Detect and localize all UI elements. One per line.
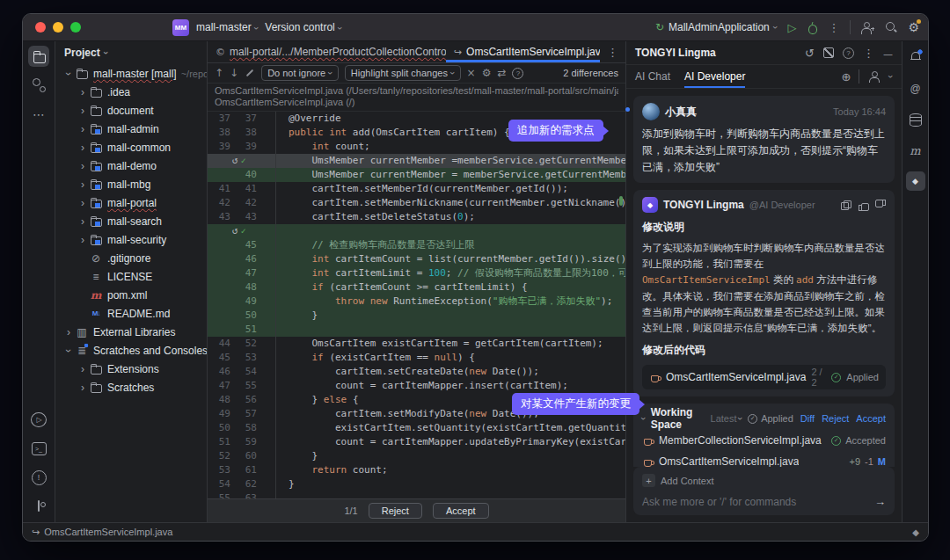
code-line[interactable]: 45 // 检查购物车商品数量是否达到上限 [208, 238, 625, 252]
filter-dropdown[interactable]: Latest [711, 413, 743, 424]
close-window-button[interactable] [35, 22, 46, 33]
code-line[interactable]: 46 54 cartItem.setCreateDate(new Date())… [208, 365, 625, 379]
tool-strip-icon[interactable] [28, 496, 49, 517]
chat-input-box[interactable]: Add Context Ask me more or '/' for comma… [633, 467, 895, 515]
reject-button[interactable]: Reject [369, 503, 422, 519]
code-line[interactable]: 51 [208, 323, 625, 337]
help-icon[interactable] [512, 68, 523, 79]
tool-strip-icon[interactable] [906, 141, 925, 160]
highlight-mode-dropdown[interactable]: Highlight split changes [345, 65, 461, 81]
tree-item[interactable]: Extensions [55, 360, 207, 378]
code-line[interactable]: 45 53 if (existCartItem == null) { [208, 351, 625, 365]
help-icon[interactable] [843, 47, 854, 59]
code-line[interactable]: 47 55 count = cartItemMapper.insert(cart… [208, 379, 625, 393]
tree-chevron-icon[interactable] [77, 178, 89, 191]
chat-scroll-area[interactable]: 小真真 Today 16:44 添加到购物车时，判断购物车内商品数量是否达到上限… [626, 89, 902, 467]
copy-icon[interactable] [841, 200, 851, 210]
previous-change-icon[interactable] [215, 68, 223, 78]
more-actions-button[interactable] [828, 22, 839, 33]
code-line[interactable]: 53 61 return count; [208, 463, 625, 477]
code-line[interactable] [208, 224, 625, 238]
accept-button[interactable]: Accept [433, 503, 489, 519]
working-space-file-row[interactable]: OmsCartItemServiceImpl.java +9 -1 M [633, 451, 895, 467]
zoom-window-button[interactable] [70, 22, 81, 33]
revert-icon[interactable] [232, 224, 238, 238]
tree-chevron-icon[interactable] [77, 215, 89, 228]
code-line[interactable]: 44 52 OmsCartItem existCartItem = getCar… [208, 337, 625, 351]
code-with-me-icon[interactable] [861, 21, 874, 33]
project-menu[interactable]: mall-master [196, 21, 258, 33]
tree-chevron-icon[interactable] [77, 234, 89, 246]
tree-item[interactable]: mall-common [55, 138, 207, 156]
new-chat-icon[interactable] [823, 47, 834, 58]
tree-chevron-icon[interactable] [62, 345, 75, 357]
tool-strip-icon[interactable] [28, 438, 49, 459]
code-line[interactable]: 49 throw new RuntimeException("购物车已满，添加失… [208, 295, 625, 309]
code-line[interactable]: 46 int cartItemCount = list(currentMembe… [208, 252, 625, 266]
project-panel-header[interactable]: Project [55, 41, 207, 64]
code-line[interactable]: 47 int cartItemLimit = 100; // 假设购物车商品数量… [208, 266, 625, 280]
tree-item[interactable]: mall-master [mall] ~/repositories [55, 64, 207, 83]
code-line[interactable]: 41 41 cartItem.setMemberId(currentMember… [208, 182, 625, 196]
tree-item[interactable]: .idea [55, 83, 207, 101]
chevron-down-icon[interactable] [886, 75, 896, 78]
send-icon[interactable] [874, 495, 886, 508]
minimize-panel-icon[interactable] [883, 46, 893, 60]
settings-gear-icon[interactable] [908, 20, 919, 34]
new-session-icon[interactable] [841, 71, 851, 83]
tree-chevron-icon[interactable] [77, 382, 89, 394]
more-options-icon[interactable] [863, 47, 874, 59]
code-line[interactable]: 55 63 [208, 491, 625, 498]
tab-options-icon[interactable] [607, 47, 618, 58]
tree-item[interactable]: mall-portal [55, 193, 207, 212]
tree-item[interactable]: External Libraries [55, 323, 207, 341]
code-line[interactable]: 50 } [208, 309, 625, 323]
tool-strip-icon[interactable] [906, 48, 925, 68]
tree-item[interactable]: .gitignore [55, 249, 207, 267]
code-line[interactable]: 50 58 existCartItem.setQuantity(existCar… [208, 421, 625, 435]
tree-chevron-icon[interactable] [62, 326, 75, 338]
vcs-menu[interactable]: Version control [265, 21, 341, 33]
next-change-icon[interactable] [230, 68, 238, 78]
tool-strip-icon[interactable] [28, 467, 49, 488]
tree-chevron-icon[interactable] [77, 197, 89, 209]
diff-link[interactable]: Diff [800, 413, 815, 424]
tree-item[interactable]: mall-admin [55, 120, 207, 138]
minimize-window-button[interactable] [53, 22, 63, 33]
tree-chevron-icon[interactable] [77, 160, 89, 172]
tree-item[interactable]: document [55, 101, 207, 120]
tree-chevron-icon[interactable] [77, 86, 89, 98]
tab-ai-chat[interactable]: AI Chat [635, 65, 670, 88]
reject-all-link[interactable]: Reject [822, 413, 849, 424]
diff-code-area[interactable]: 37 37 @Override 38 38 [208, 112, 625, 498]
diff-settings-icon[interactable] [482, 68, 492, 78]
tree-item[interactable]: mall-security [55, 230, 207, 249]
editor-tab-active[interactable]: OmsCartItemServiceImpl.java [446, 41, 600, 62]
working-space-file-row[interactable]: MemberCollectionServiceImpl.java Accepte… [633, 430, 895, 451]
collapse-icon[interactable] [467, 68, 476, 78]
run-button[interactable] [787, 21, 796, 34]
tree-item[interactable]: pom.xml [55, 286, 207, 304]
tree-chevron-icon[interactable] [77, 105, 89, 117]
modified-file-card[interactable]: OmsCartItemServiceImpl.java 2 / 2 Applie… [642, 365, 886, 389]
accept-check-icon[interactable] [241, 154, 246, 168]
tool-strip-icon[interactable] [906, 110, 925, 129]
tree-item[interactable]: mall-search [55, 212, 207, 230]
tree-item[interactable]: Scratches and Consoles [55, 341, 207, 360]
chevron-down-icon[interactable] [639, 417, 649, 420]
scrollbar-change-marker[interactable] [619, 196, 623, 206]
tool-strip-icon[interactable] [28, 46, 49, 67]
editor-tab-inactive[interactable]: mall-portal/.../MemberProductCollectionC… [208, 41, 446, 62]
search-everywhere-icon[interactable] [885, 21, 897, 33]
tree-chevron-icon[interactable] [77, 142, 89, 154]
code-line[interactable]: 42 42 cartItem.setMemberNickname(current… [208, 196, 625, 210]
agents-icon[interactable] [867, 71, 881, 83]
tree-item[interactable]: mall-mbg [55, 175, 207, 193]
ignore-policy-dropdown[interactable]: Do not ignore [261, 65, 339, 81]
code-line[interactable]: 43 43 cartItem.setDeleteStatus(0); [208, 210, 625, 224]
tree-chevron-icon[interactable] [77, 123, 89, 135]
edit-icon[interactable] [245, 68, 255, 78]
chat-input-placeholder[interactable]: Ask me more or '/' for commands [642, 496, 796, 508]
thumbs-down-icon[interactable] [876, 200, 886, 210]
tool-strip-icon[interactable] [28, 75, 49, 96]
